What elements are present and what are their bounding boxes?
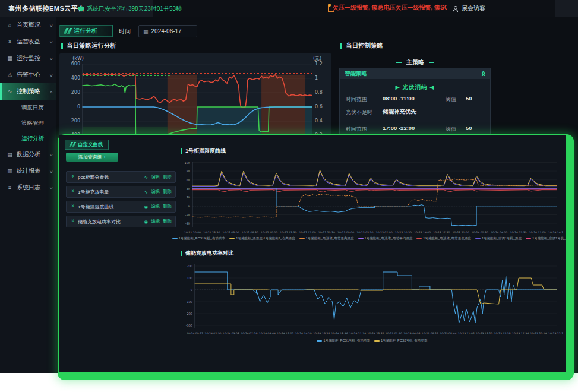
uptime-text: 系统已安全运行398天23时01分53秒	[87, 5, 182, 13]
legend-item[interactable]: 1号储能柜_电池堆_电芯最低温度	[416, 236, 471, 241]
legend-item[interactable]: 1号储能柜_电池堆_电芯平均温度	[358, 236, 413, 241]
uptime-status: 系统已安全运行398天23时01分53秒	[78, 5, 182, 13]
double-chevron-down-icon: »	[70, 219, 75, 225]
home-icon: ⌂	[7, 22, 13, 28]
add-query-group-button[interactable]: 添加查询组 +	[66, 153, 118, 162]
svg-text:10-25 11:02: 10-25 11:02	[458, 332, 475, 335]
tab-operation-analysis[interactable]: 运行分析	[59, 25, 113, 37]
curve-list-item[interactable]: » 1号柜温湿度曲线 ◉ 编辑 删除	[66, 201, 176, 213]
shield-icon	[78, 6, 84, 12]
title-bar-decoration	[181, 251, 182, 256]
chevron-down-icon: ∨	[49, 40, 53, 44]
date-picker[interactable]: ▦ 2024-06-17	[138, 25, 197, 37]
svg-text:1: 1	[315, 75, 318, 81]
delete-button[interactable]: 删除	[163, 219, 172, 225]
monitor-icon: ▦	[7, 55, 13, 61]
svg-text:0.4: 0.4	[315, 118, 323, 124]
sidebar-subitem-operation-analysis[interactable]: 运行分析	[0, 131, 56, 146]
svg-text:10-23 00:00: 10-23 00:00	[337, 231, 354, 234]
edit-button[interactable]: 编辑	[151, 204, 160, 210]
double-chevron-down-icon: »	[70, 174, 75, 180]
eye-icon[interactable]: ◉	[144, 219, 148, 225]
chevron-down-icon: ∨	[49, 56, 53, 61]
sidebar-item-label: 告警中心	[17, 71, 40, 79]
svg-text:1.2: 1.2	[315, 61, 323, 67]
date-value: 2024-06-17	[151, 28, 182, 34]
calendar-icon: ▦	[143, 29, 149, 34]
main-strategy-label: 主策略	[336, 58, 495, 67]
legend-item[interactable]: 1号储能柜_电池堆_电芯最高温度	[299, 236, 354, 241]
bell-icon[interactable]	[328, 5, 329, 11]
svg-text:10-24 07:30: 10-24 07:30	[510, 231, 526, 234]
svg-text:10-24 18:56: 10-24 18:56	[331, 332, 348, 335]
sidebar-item-home[interactable]: ⌂ 首页概况 ∨	[0, 17, 56, 33]
svg-text:10-22 20:30: 10-22 20:30	[318, 231, 335, 234]
temp-chart-legend: 1号储能柜_PCS1号机_有功功率1号储能柜_温湿度-1号储能柜1_仓内温度1号…	[181, 236, 564, 241]
curve-list-item[interactable]: » pcs柜部分参数 ∿ 编辑 删除	[66, 171, 176, 183]
sidebar-item-alarm-center[interactable]: ⚠ 告警中心 ∨	[0, 67, 56, 83]
smart-strategy-header: 智能策略 ∧∧	[340, 68, 490, 79]
svg-text:10-24 12:02: 10-24 12:02	[277, 332, 293, 335]
sidebar-item-data-analysis[interactable]: ▤ 数据分析 ∨	[0, 146, 56, 163]
legend-item[interactable]: 1号储能柜_空调1号机_温度	[475, 236, 522, 241]
eye-icon[interactable]: ◉	[144, 204, 148, 210]
svg-text:10-24 00:32: 10-24 00:32	[187, 332, 203, 335]
report-icon: ▥	[7, 168, 13, 174]
svg-text:10-22 10:00: 10-22 10:00	[261, 231, 277, 234]
temp-chart-title: 1号柜温湿度曲线	[181, 147, 226, 155]
strategy-chart-title: 当日策略运行分析	[61, 42, 116, 50]
sidebar-item-system-log[interactable]: ≡ 系统日志 ∨	[0, 179, 56, 196]
svg-text:10-22 17:00: 10-22 17:00	[299, 231, 316, 234]
svg-text:10-24 14:30: 10-24 14:30	[548, 231, 563, 234]
sidebar-item-monitoring[interactable]: ▦ 运行监控 ∨	[0, 50, 56, 67]
sidebar-subitem-strategy-management[interactable]: 策略管理	[0, 115, 56, 131]
alarm-text[interactable]: 欠压一级报警, 簇总电压欠压一级报警, 簇SO	[333, 4, 447, 12]
svg-text:10-25 15:38: 10-25 15:38	[494, 332, 511, 335]
user-name[interactable]: 展会访客	[462, 4, 485, 12]
svg-text:200: 200	[187, 264, 192, 268]
curve-list-item[interactable]: » 1号柜充放电量 ∿ 编辑 删除	[66, 186, 176, 198]
sidebar-subitem-label: 调度日历	[21, 104, 44, 112]
curve-label: 1号柜充放电量	[78, 189, 141, 195]
alarm-marquee[interactable]: 欠压一级报警, 簇总电压欠压一级报警, 簇SO	[328, 4, 447, 12]
svg-text:60: 60	[187, 178, 190, 182]
sidebar-item-reports[interactable]: ▥ 统计报表 ∨	[0, 163, 56, 179]
delete-button[interactable]: 删除	[163, 204, 172, 210]
edit-button[interactable]: 编辑	[151, 189, 160, 195]
svg-text:100: 100	[187, 276, 192, 280]
time-label: 时间	[119, 27, 131, 36]
tab-label: 运行分析	[74, 27, 97, 35]
wave-icon[interactable]: ∿	[144, 189, 148, 195]
svg-text:10-24 05:08: 10-24 05:08	[223, 332, 239, 335]
svg-text:10-25 20:14: 10-25 20:14	[530, 332, 547, 335]
bell-icon: ⚠	[7, 72, 13, 78]
curve-list-item[interactable]: » 储能充放电功率对比 ◉ 编辑 删除	[66, 216, 176, 227]
edit-button[interactable]: 编辑	[151, 219, 160, 225]
legend-item[interactable]: 1号储能柜_PCS2号机_有功功率	[374, 339, 428, 343]
sidebar-item-label: 控制策略	[17, 87, 40, 96]
svg-text:10-24 14:20: 10-24 14:20	[295, 332, 312, 335]
svg-text:0: 0	[77, 104, 80, 109]
sidebar-item-label: 系统日志	[17, 184, 40, 192]
collapse-icon[interactable]: ∧∧	[481, 71, 487, 76]
app-title: 泰州多储联控EMS云平台	[8, 4, 85, 13]
legend-item[interactable]: 1号储能柜_PCS1号机_有功功率	[317, 339, 370, 343]
svg-text:10-25 08:44: 10-25 08:44	[440, 332, 456, 335]
legend-item[interactable]: 1号储能柜_温湿度-1号储能柜1_仓内温度	[229, 236, 295, 241]
revenue-icon: ¥	[7, 39, 13, 45]
svg-text:10-25 13:20: 10-25 13:20	[476, 332, 492, 335]
delete-button[interactable]: 删除	[163, 189, 172, 195]
user-menu[interactable]: 展会访客	[453, 4, 485, 12]
delete-button[interactable]: 删除	[163, 174, 172, 180]
legend-item[interactable]: 1号储能柜_PCS1号机_有功功率	[172, 236, 226, 241]
edit-button[interactable]: 编辑	[151, 174, 160, 180]
sidebar-item-label: 统计报表	[17, 167, 40, 175]
dash-decoration	[396, 62, 402, 63]
sidebar-subitem-dispatch-calendar[interactable]: 调度日历	[0, 100, 56, 115]
tab-custom-curves[interactable]: 自定义曲线	[65, 140, 109, 150]
wave-icon[interactable]: ∿	[144, 175, 148, 180]
tab-label: 自定义曲线	[78, 141, 103, 148]
sidebar-item-control-strategy[interactable]: ∿ 控制策略 ∧	[0, 83, 56, 100]
sidebar-item-revenue[interactable]: ¥ 运营收益 ∨	[0, 33, 56, 50]
legend-item[interactable]: 1号储能柜_空调2号机_温度	[526, 236, 566, 241]
